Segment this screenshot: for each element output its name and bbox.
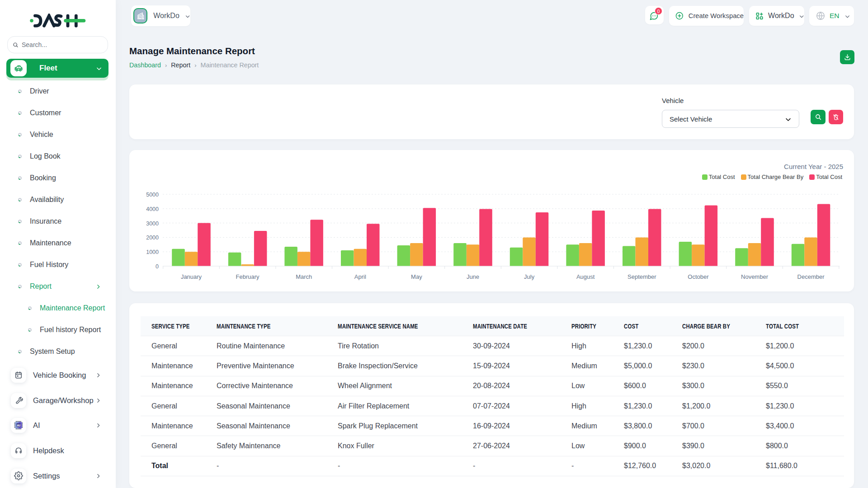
svg-text:0: 0 [156,263,159,270]
svg-text:3000: 3000 [146,221,159,227]
svg-text:August: August [576,273,595,280]
svg-text:April: April [354,273,366,280]
svg-text:July: July [524,273,535,280]
svg-text:1000: 1000 [146,249,159,255]
svg-text:AI: AI [17,423,20,427]
svg-text:March: March [296,273,312,280]
svg-text:December: December [797,273,825,280]
svg-text:January: January [181,273,202,280]
svg-text:5000: 5000 [146,192,159,198]
svg-text:May: May [411,273,422,280]
svg-text:2000: 2000 [146,235,159,241]
svg-text:4000: 4000 [146,206,159,212]
svg-text:September: September [627,273,656,280]
svg-text:November: November [741,273,769,280]
svg-text:October: October [688,273,709,280]
svg-text:February: February [236,273,260,280]
svg-text:June: June [467,273,479,280]
